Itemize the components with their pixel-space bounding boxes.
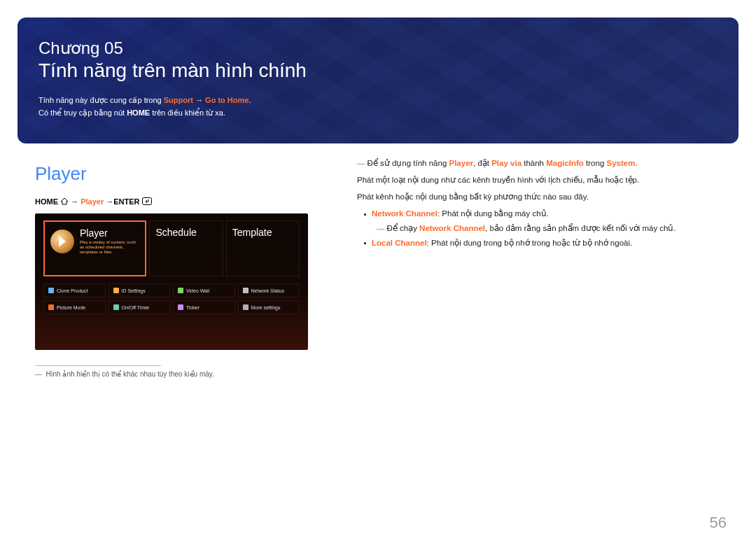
- mini-label: Ticker: [186, 305, 200, 310]
- home-label: HOME: [127, 108, 150, 117]
- hero-line-1-text: Tính năng này được cung cấp trong: [38, 96, 164, 104]
- page-root: Chương 05 Tính năng trên màn hình chính …: [0, 17, 756, 534]
- hero-banner: Chương 05 Tính năng trên màn hình chính …: [18, 17, 738, 143]
- tile-player[interactable]: Player Play a variety of content, such a…: [43, 220, 146, 276]
- p1-d: trong: [584, 159, 607, 167]
- right-column: ―Để sử dụng tính năng Player, đặt Play v…: [357, 156, 721, 378]
- sub-dash: ―: [377, 224, 387, 232]
- hero-line-2a: Có thể truy cập bằng nút: [38, 108, 127, 117]
- b2-text: : Phát nội dung trong bộ nhớ trong hoặc …: [427, 239, 633, 247]
- network-status-icon: [243, 288, 248, 293]
- bc-arrow-1: →: [69, 197, 80, 206]
- play-icon: [50, 230, 74, 253]
- home-icon: [60, 197, 69, 206]
- chapter-label: Chương 05: [38, 38, 718, 58]
- b1-sub-b: , bảo đảm rằng sản phẩm được kết nối với…: [485, 224, 676, 232]
- mini-label: Picture Mode: [57, 305, 85, 310]
- mini-ticker[interactable]: Ticker: [173, 300, 235, 314]
- breadcrumb-home: HOME: [35, 197, 60, 206]
- footnote-dash: ―: [35, 370, 46, 378]
- tile-player-text: Player Play a variety of content, such a…: [80, 227, 139, 255]
- mini-onoff-timer[interactable]: On/Off Timer: [108, 300, 171, 314]
- more-settings-icon: [243, 304, 248, 310]
- bc-player: Player: [80, 197, 104, 206]
- right-p1: ―Để sử dụng tính năng Player, đặt Play v…: [357, 156, 721, 170]
- mini-more-settings[interactable]: More settings: [238, 300, 300, 314]
- b1-sub-a: Để chạy: [387, 224, 420, 232]
- bullet-dot-icon: [364, 242, 366, 244]
- bc-enter: ENTER: [113, 197, 141, 206]
- chapter-title: Tính năng trên màn hình chính: [38, 59, 718, 82]
- mini-picture-mode[interactable]: Picture Mode: [43, 300, 106, 314]
- content-row: Player HOME → Player →ENTER Player Play …: [0, 143, 756, 378]
- arrow-sep: →: [193, 96, 205, 104]
- tv-preview: Player Play a variety of content, such a…: [35, 213, 308, 350]
- mini-label: Clone Product: [57, 288, 88, 293]
- mini-id-settings[interactable]: ID Settings: [108, 283, 171, 297]
- p1-system: System: [607, 159, 636, 167]
- footnote-text: Hình ảnh hiển thị có thể khác nhau tùy t…: [46, 370, 214, 378]
- tv-top-row: Player Play a variety of content, such a…: [43, 220, 300, 276]
- tile-template[interactable]: Template: [226, 220, 300, 276]
- video-wall-icon: [178, 288, 183, 293]
- mini-label: ID Settings: [122, 288, 146, 293]
- hero-line-1: Tính năng này được cung cấp trong Suppor…: [38, 94, 718, 107]
- bc-arrow-2: →: [104, 197, 113, 206]
- onoff-timer-icon: [113, 304, 119, 310]
- bullet-network-channel: Network Channel: Phát nội dung bằng máy …: [364, 206, 721, 221]
- tv-bottom-grid: Clone Product ID Settings Video Wall Net…: [43, 283, 300, 314]
- p1-e: .: [635, 159, 637, 167]
- goto-home-label: Go to Home: [205, 96, 248, 104]
- id-settings-icon: [113, 288, 119, 293]
- enter-icon: [142, 197, 152, 206]
- breadcrumb: HOME → Player →ENTER: [35, 197, 329, 206]
- mini-label: More settings: [251, 305, 281, 310]
- footnote: ― Hình ảnh hiển thị có thể khác nhau tùy…: [35, 370, 329, 378]
- page-number: 56: [710, 514, 727, 532]
- footnote-divider: [35, 365, 161, 366]
- ticker-icon: [178, 304, 183, 310]
- p1-c: thành: [522, 159, 546, 167]
- picture-mode-icon: [48, 304, 54, 310]
- p1-dash: ―: [357, 159, 368, 167]
- tile-player-title: Player: [80, 227, 139, 239]
- mini-network-status[interactable]: Network Status: [238, 283, 300, 297]
- mini-clone-product[interactable]: Clone Product: [43, 283, 106, 297]
- right-p2: Phát một loạt nội dung như các kênh truy…: [357, 173, 721, 187]
- bullet-local-channel: Local Channel: Phát nội dung trong bộ nh…: [364, 236, 721, 251]
- section-title-player: Player: [35, 163, 329, 185]
- bullet-dot-icon: [364, 213, 366, 216]
- p1-player: Player: [449, 159, 473, 167]
- p1-b: , đặt: [473, 159, 491, 167]
- p1-playvia: Play via: [491, 159, 522, 167]
- clone-product-icon: [48, 288, 54, 293]
- mini-video-wall[interactable]: Video Wall: [173, 283, 235, 297]
- b1-text: : Phát nội dung bằng máy chủ.: [438, 209, 549, 218]
- mini-label: Video Wall: [186, 288, 209, 293]
- sub-bullet-network: ―Để chạy Network Channel, bảo đảm rằng s…: [377, 221, 721, 236]
- right-p3: Phát kênh hoặc nội dung bằng bất kỳ phươ…: [357, 190, 721, 204]
- p1-a: Để sử dụng tính năng: [368, 159, 449, 167]
- hero-line-2b: trên điều khiển từ xa.: [150, 108, 225, 117]
- p1-magic: MagicInfo: [546, 159, 584, 167]
- mini-label: On/Off Timer: [122, 305, 150, 310]
- b2-label: Local Channel: [372, 239, 427, 247]
- period: .: [248, 96, 251, 104]
- left-column: Player HOME → Player →ENTER Player Play …: [35, 156, 329, 378]
- tile-schedule[interactable]: Schedule: [149, 220, 223, 276]
- b1-sub-label: Network Channel: [419, 224, 485, 232]
- hero-line-2: Có thể truy cập bằng nút HOME trên điều …: [38, 107, 718, 120]
- support-label: Support: [164, 96, 193, 104]
- tile-player-sub: Play a variety of content, such as sched…: [80, 240, 139, 255]
- tile-player-row: Player Play a variety of content, such a…: [50, 227, 139, 255]
- b1-label: Network Channel: [372, 209, 438, 218]
- mini-label: Network Status: [251, 288, 284, 293]
